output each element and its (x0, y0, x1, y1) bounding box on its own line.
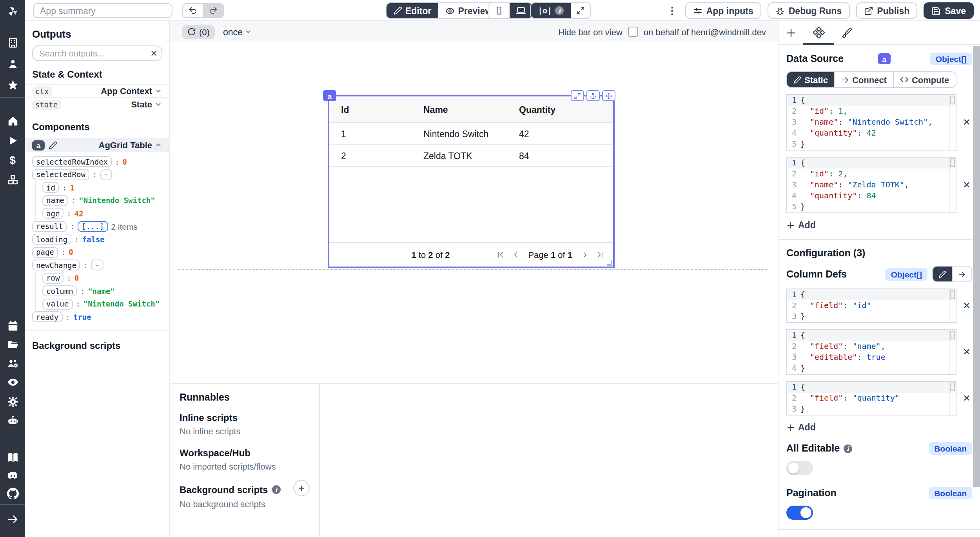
move-component-icon[interactable] (602, 90, 615, 101)
add-column-def-button[interactable]: Add (786, 423, 972, 432)
output-item[interactable]: column:"name" (25, 285, 169, 298)
code-line: } (800, 139, 805, 150)
first-page-icon[interactable] (497, 251, 505, 259)
column-header[interactable]: Name (423, 105, 519, 114)
column-header[interactable]: Id (329, 105, 423, 114)
expand-sidebar-arrow-icon[interactable] (0, 511, 25, 527)
clear-search-icon[interactable]: ✕ (151, 49, 158, 59)
outputs-panel: Outputs ✕ State & Context ctx App Contex… (25, 21, 170, 537)
workspace-icon[interactable] (0, 34, 25, 50)
output-item[interactable]: value:"Nintendo Switch" (25, 298, 169, 310)
pagination-toggle[interactable] (786, 506, 813, 520)
user-icon[interactable] (0, 56, 25, 71)
canvas-grid[interactable]: a IdNameQuantity 1Nintendo Switch422Zeld… (170, 42, 778, 383)
output-item[interactable]: id:1 (25, 181, 169, 194)
schedule-mode-dropdown[interactable]: once (223, 27, 252, 36)
connect-mode-button[interactable] (953, 267, 971, 281)
output-item[interactable]: name:"Nintendo Switch" (25, 194, 169, 207)
output-item[interactable]: age:42 (25, 207, 169, 220)
insert-component-tab[interactable] (786, 27, 797, 38)
hide-bar-checkbox[interactable] (628, 27, 638, 37)
resize-handle[interactable] (607, 260, 612, 266)
pagination-range: 1 to 2 of 2 (411, 250, 450, 259)
remove-item-button[interactable]: ✕ (961, 347, 972, 357)
remove-item-button[interactable]: ✕ (961, 180, 972, 190)
windmill-logo-icon[interactable] (0, 3, 25, 19)
desktop-view-button[interactable] (510, 3, 532, 18)
output-item[interactable]: selectedRow:- (25, 168, 169, 181)
app-inputs-button[interactable]: App inputs (685, 2, 761, 19)
styling-brush-tab[interactable] (841, 27, 852, 38)
output-item[interactable]: ready:true (25, 310, 169, 323)
debug-runs-button[interactable]: Debug Runs (768, 2, 849, 19)
github-icon[interactable] (0, 485, 25, 501)
output-item[interactable]: selectedRowIndex:0 (25, 155, 169, 168)
runs-play-icon[interactable] (0, 132, 25, 148)
code-line: { (800, 382, 805, 393)
aggrid-table-component[interactable]: a IdNameQuantity 1Nintendo Switch422Zeld… (328, 95, 615, 268)
remove-item-button[interactable]: ✕ (961, 300, 972, 311)
refresh-button[interactable]: (0) (182, 25, 215, 39)
output-item[interactable]: newChange:- (25, 259, 169, 272)
anchor-component-icon[interactable] (586, 90, 600, 101)
table-row[interactable]: 1Nintendo Switch42 (329, 123, 613, 145)
editor-tab[interactable]: Editor (387, 3, 438, 18)
variables-dollar-icon[interactable]: $ (0, 152, 25, 168)
save-button[interactable]: Save (924, 2, 974, 19)
expand-component-icon[interactable] (571, 90, 584, 101)
ai-bot-icon[interactable] (0, 412, 25, 428)
publish-button[interactable]: Publish (856, 2, 917, 19)
audit-eye-icon[interactable] (0, 374, 25, 390)
runnable-section-title: Workspace/Hub (180, 448, 250, 459)
ctx-row[interactable]: ctx App Context (25, 84, 169, 97)
all-editable-toggle[interactable] (786, 461, 813, 475)
toggle-panels-button[interactable]: |o| i (531, 3, 571, 18)
docs-book-icon[interactable] (0, 449, 25, 465)
redo-button[interactable] (203, 4, 223, 17)
add-data-source-item-button[interactable]: Add (786, 220, 972, 230)
column-header[interactable]: Quantity (519, 105, 613, 114)
compute-tab[interactable]: Compute (894, 72, 955, 87)
output-key-badge: result (32, 221, 67, 232)
resources-cubes-icon[interactable] (0, 172, 25, 187)
state-row[interactable]: state State (25, 97, 169, 111)
edit-pencil-icon[interactable] (49, 141, 57, 149)
static-tab[interactable]: Static (787, 72, 835, 87)
next-page-icon[interactable] (581, 251, 589, 259)
remove-item-button[interactable]: ✕ (961, 393, 972, 404)
groups-users-icon[interactable] (0, 355, 25, 371)
data-source-json-editor[interactable]: 1{2"id": 1,3"name": "Nintendo Switch",4"… (786, 94, 956, 151)
connect-tab[interactable]: Connect (835, 72, 894, 87)
chevron-up-icon[interactable] (154, 141, 162, 149)
output-item[interactable]: row:0 (25, 272, 169, 285)
column-def-json-editor[interactable]: 1{2"field": "quantity"3} (786, 381, 956, 415)
edit-mode-button[interactable] (933, 267, 953, 281)
search-outputs-input[interactable] (32, 45, 162, 61)
more-menu-icon[interactable]: ⋮ (667, 5, 677, 16)
component-settings-tab[interactable] (813, 27, 825, 38)
home-icon[interactable] (0, 113, 25, 129)
column-def-json-editor[interactable]: 1{2"field": "name",3"editable": true4} (786, 329, 956, 375)
settings-gear-icon[interactable] (0, 394, 25, 409)
component-list-item[interactable]: a AgGrid Table (25, 138, 169, 152)
schedules-calendar-icon[interactable] (0, 317, 25, 333)
favorites-star-icon[interactable] (0, 77, 25, 93)
mobile-view-button[interactable] (488, 3, 510, 18)
add-background-script-button[interactable]: + (293, 480, 310, 496)
discord-icon[interactable] (0, 467, 25, 483)
output-item[interactable]: result:[...]2 items (25, 220, 169, 233)
undo-button[interactable] (183, 4, 203, 17)
data-source-json-editor[interactable]: 1{2"id": 2,3"name": "Zelda TOTK",4"quant… (786, 157, 956, 213)
last-page-icon[interactable] (596, 251, 604, 259)
right-panel-scrollbar[interactable] (973, 46, 980, 487)
output-item[interactable]: page:0 (25, 246, 169, 259)
folders-icon[interactable] (0, 336, 25, 352)
app-summary-input[interactable] (33, 3, 172, 18)
table-row[interactable]: 2Zelda TOTK84 (329, 145, 613, 167)
prev-page-icon[interactable] (512, 251, 519, 259)
state-context-title: State & Context (25, 61, 169, 84)
remove-item-button[interactable]: ✕ (961, 117, 972, 128)
fullscreen-button[interactable] (571, 3, 590, 18)
output-item[interactable]: loading:false (25, 233, 169, 246)
column-def-json-editor[interactable]: 1{2"field": "id"3} (786, 288, 956, 323)
